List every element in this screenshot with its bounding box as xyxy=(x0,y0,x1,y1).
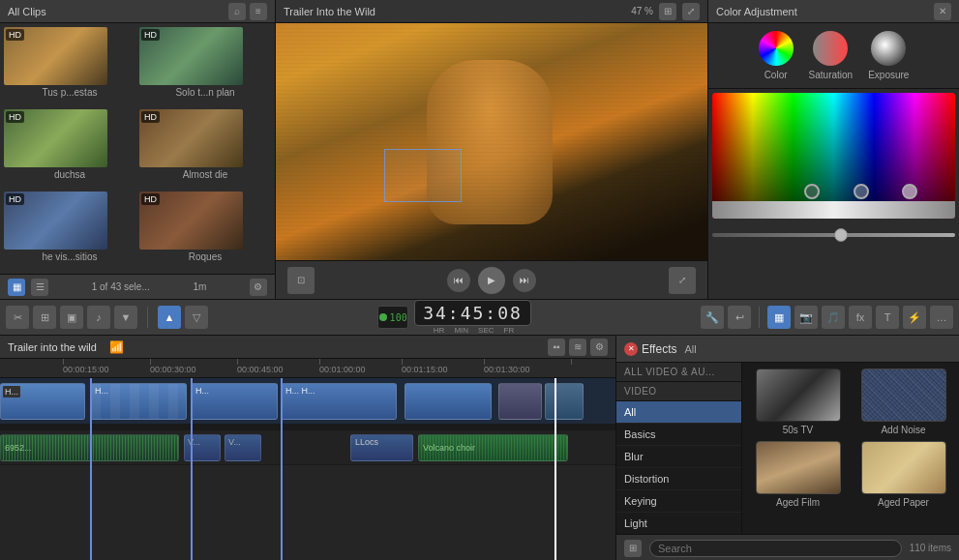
clip-block[interactable]: H... xyxy=(90,383,187,420)
color-spectrum[interactable] xyxy=(712,93,955,219)
spectrum-slider[interactable] xyxy=(712,201,955,219)
effect-label: 50s TV xyxy=(783,425,814,435)
clip-label: Roques xyxy=(139,251,271,262)
effects-title: Effects xyxy=(642,342,676,356)
toolbar-center-left: ▲ ▽ xyxy=(158,306,208,329)
tab-exposure[interactable]: Exposure xyxy=(868,31,909,80)
marker-line xyxy=(90,378,92,560)
effects-category-keying[interactable]: Keying xyxy=(616,490,741,513)
effects-search-input[interactable] xyxy=(649,540,902,557)
camera-icon[interactable]: 📷 xyxy=(794,306,818,329)
fullscreen-icon[interactable]: ⤢ xyxy=(682,3,700,20)
list-item[interactable]: HD Tus p...estas xyxy=(4,27,135,105)
ruler-mark: 00:01:00:00 xyxy=(319,365,366,374)
fx-icon[interactable]: fx xyxy=(849,306,872,329)
effects-category-blur[interactable]: Blur xyxy=(616,446,741,468)
clip-label: duchsa xyxy=(4,169,135,180)
color-handle-2[interactable] xyxy=(854,184,869,199)
position-tool-icon[interactable]: ⊞ xyxy=(33,306,56,329)
effects-filter-icon[interactable]: ⊞ xyxy=(624,540,642,557)
audio-meter-icon[interactable]: ▪▪ xyxy=(548,339,565,356)
saturation-slider-thumb[interactable] xyxy=(834,228,848,242)
audio-clip[interactable]: LLocs xyxy=(350,434,413,461)
clip-block[interactable]: H... H... xyxy=(281,383,397,420)
clip-block[interactable] xyxy=(545,383,584,420)
grid-view-icon[interactable]: ▦ xyxy=(8,279,25,296)
more-icon[interactable]: … xyxy=(930,306,953,329)
wifi-icon: 📶 xyxy=(108,339,126,356)
clip-badge: HD xyxy=(6,29,24,41)
clip-label: Tus p...estas xyxy=(4,87,135,98)
effect-label: Aged Paper xyxy=(878,497,929,508)
timecode-labels: HR MIN SEC FR xyxy=(434,326,514,335)
clip-block[interactable] xyxy=(498,383,542,420)
list-view-icon[interactable]: ☰ xyxy=(31,279,48,296)
audio-tool-icon[interactable]: ♪ xyxy=(87,306,110,329)
tab-color[interactable]: Color xyxy=(759,31,794,80)
waveform-icon[interactable]: ≋ xyxy=(569,339,586,356)
color-adjustment-panel: Color Adjustment ✕ Color Saturation Expo… xyxy=(707,0,959,299)
title-icon[interactable]: T xyxy=(876,306,899,329)
clip-view-icon[interactable]: ▦ xyxy=(767,306,791,329)
crop-icon[interactable]: ⊡ xyxy=(287,267,315,294)
timeline-header: Trailer into the wild 📶 ▪▪ ≋ ⚙ xyxy=(0,336,615,359)
timeline-ruler: 00:00:15:00 00:00:30:00 00:00:45:00 00:0… xyxy=(0,359,615,378)
wrench-icon[interactable]: 🔧 xyxy=(701,306,724,329)
audio-clip[interactable]: V... xyxy=(225,434,261,461)
effects-category-light[interactable]: Light xyxy=(616,513,741,534)
list-item[interactable]: HD he vis...sitios xyxy=(4,192,135,270)
more-tools-icon[interactable]: ▼ xyxy=(114,306,137,329)
audio-clip[interactable]: Volcano choir xyxy=(418,434,568,461)
undo-icon[interactable]: ↩ xyxy=(728,306,751,329)
list-item[interactable]: HD Roques xyxy=(139,192,271,270)
effect-add-noise[interactable]: Add Noise xyxy=(854,368,953,435)
play-button[interactable]: ▶ xyxy=(478,267,505,294)
ruler-mark: 00:01:30:00 xyxy=(484,365,530,374)
clip-thumbnail: HD xyxy=(4,109,107,167)
blade-tool-icon[interactable]: ▽ xyxy=(185,306,208,329)
list-item[interactable]: HD Almost die xyxy=(139,109,271,188)
list-item[interactable]: HD duchsa xyxy=(4,109,135,188)
effect-50s-tv[interactable]: 50s TV xyxy=(748,368,848,435)
clip-block[interactable]: H... xyxy=(191,383,278,420)
skip-back-icon[interactable]: ⏮ xyxy=(447,269,470,292)
timeline-section: Trailer into the wild 📶 ▪▪ ≋ ⚙ 00:00:15:… xyxy=(0,336,959,560)
search-icon[interactable]: ⌕ xyxy=(228,3,246,20)
media-browser: All Clips ⌕ ≡ HD Tus p...estas HD Solo t… xyxy=(0,0,276,299)
settings-icon[interactable]: ⚙ xyxy=(250,279,267,296)
effect-thumbnail-aged-film xyxy=(756,441,841,494)
effect-aged-film[interactable]: Aged Film xyxy=(748,441,848,508)
clip-badge: HD xyxy=(141,111,160,123)
clip-tool-icon[interactable]: ▣ xyxy=(60,306,83,329)
generator-icon[interactable]: ⚡ xyxy=(903,306,926,329)
clip-block[interactable]: H... xyxy=(0,383,85,420)
color-wheel-area xyxy=(708,89,959,299)
close-icon[interactable]: ✕ xyxy=(934,3,951,20)
all-clips-label: All Clips xyxy=(8,6,46,17)
effects-category-basics[interactable]: Basics xyxy=(616,424,741,446)
zoom-level: 47 % xyxy=(631,6,653,16)
clip-thumbnail: HD xyxy=(139,109,243,167)
audio-clip[interactable]: V... xyxy=(184,434,221,461)
audio-icon[interactable]: 🎵 xyxy=(822,306,845,329)
close-effects-icon[interactable]: ✕ xyxy=(624,342,638,356)
clip-block[interactable] xyxy=(405,383,492,420)
effect-aged-paper[interactable]: Aged Paper xyxy=(854,441,953,508)
timeline-left: Trailer into the wild 📶 ▪▪ ≋ ⚙ 00:00:15:… xyxy=(0,336,615,560)
timeline-options-icon[interactable]: ⚙ xyxy=(590,339,608,356)
color-panel-title: Color Adjustment xyxy=(716,6,797,17)
list-item[interactable]: HD Solo t...n plan xyxy=(139,27,271,105)
skip-forward-icon[interactable]: ⏭ xyxy=(513,269,536,292)
effects-category-all[interactable]: All xyxy=(616,401,741,424)
effects-category-distortion[interactable]: Distortion xyxy=(616,468,741,490)
color-handle-3[interactable] xyxy=(902,184,917,199)
tc-sec-label: SEC xyxy=(478,326,494,335)
effects-header: ✕ Effects All xyxy=(616,336,959,363)
select-tool-icon[interactable]: ▲ xyxy=(158,306,181,329)
fullscreen-toggle-icon[interactable]: ⤢ xyxy=(669,267,696,294)
filter-icon[interactable]: ≡ xyxy=(250,3,267,20)
trim-tool-icon[interactable]: ✂ xyxy=(6,306,29,329)
zoom-icon[interactable]: ⊞ xyxy=(659,3,676,20)
media-browser-header: All Clips ⌕ ≡ xyxy=(0,0,275,23)
tab-saturation[interactable]: Saturation xyxy=(809,31,854,80)
